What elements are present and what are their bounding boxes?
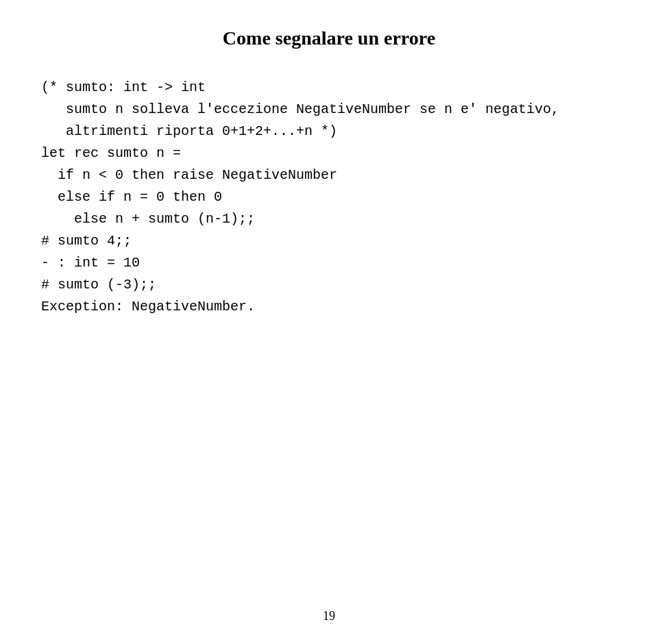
repl-line-4: Exception: NegativeNumber.: [41, 296, 617, 318]
code-line-4: else n + sumto (n-1);;: [41, 208, 617, 230]
page-title: Come segnalare un errore: [41, 27, 617, 49]
page-container: Come segnalare un errore (* sumto: int -…: [0, 0, 658, 644]
code-block: (* sumto: int -> int sumto n solleva l'e…: [41, 77, 617, 318]
page-number: 19: [323, 609, 335, 623]
comment-line-2: sumto n solleva l'eccezione NegativeNumb…: [41, 99, 617, 121]
code-line-1: let rec sumto n =: [41, 143, 617, 164]
comment-line-1: (* sumto: int -> int: [41, 77, 617, 99]
repl-line-2: - : int = 10: [41, 252, 617, 274]
code-line-2: if n < 0 then raise NegativeNumber: [41, 164, 617, 186]
code-line-3: else if n = 0 then 0: [41, 186, 617, 208]
repl-line-1: # sumto 4;;: [41, 230, 617, 252]
comment-line-3: altrimenti riporta 0+1+2+...+n *): [41, 121, 617, 143]
repl-line-3: # sumto (-3);;: [41, 274, 617, 296]
